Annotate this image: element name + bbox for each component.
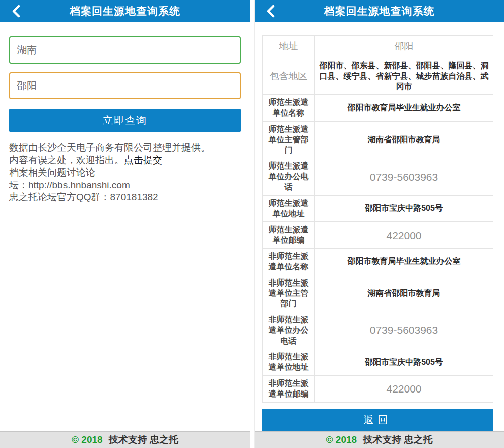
notice-line-3: 档案相关问题讨论论 xyxy=(9,166,241,179)
row-value: 邵阳 xyxy=(315,36,493,58)
app-bar: 档案回生源地查询系统 xyxy=(255,0,504,22)
row-value: 邵阳市宝庆中路505号 xyxy=(315,349,493,376)
row-value: 422000 xyxy=(315,222,493,249)
notice-line-2-text: 内容有误之处，欢迎指出。 xyxy=(9,155,124,165)
row-value: 0739-5603963 xyxy=(315,312,493,349)
row-value: 邵阳市教育局毕业生就业办公室 xyxy=(315,95,493,122)
row-label: 非师范生派遣单位地址 xyxy=(263,349,315,376)
row-label: 师范生派遣单位办公电话 xyxy=(263,158,315,195)
support-text: 技术支持 忠之托 xyxy=(109,433,178,446)
row-label: 非师范生派遣单位主管部门 xyxy=(263,275,315,312)
city-input[interactable] xyxy=(9,72,241,99)
search-screen: 档案回生源地查询系统 立即查询 数据由长沙全天电子商务有限公司整理并提供。 内容… xyxy=(0,0,250,448)
province-input[interactable] xyxy=(9,36,241,64)
result-content: 地址 邵阳 包含地区 邵阳市、邵东县、新邵县、邵阳县、隆回县、洞口县、绥宁县、省… xyxy=(255,22,504,431)
copyright-year: © 2018 xyxy=(72,434,103,445)
result-table: 地址 邵阳 包含地区 邵阳市、邵东县、新邵县、邵阳县、隆回县、洞口县、绥宁县、省… xyxy=(262,35,493,403)
row-label: 师范生派遣单位地址 xyxy=(263,195,315,222)
footer: © 2018 技术支持 忠之托 xyxy=(255,431,504,448)
table-row: 师范生派遣单位邮编 422000 xyxy=(263,222,493,249)
forum-url: http://bbs.hnbanshi.com xyxy=(28,180,130,190)
chevron-left-icon xyxy=(266,5,275,18)
query-button[interactable]: 立即查询 xyxy=(9,109,241,132)
support-text: 技术支持 忠之托 xyxy=(363,433,432,446)
row-value: 0739-5603963 xyxy=(315,158,493,195)
two-screen-layout: 档案回生源地查询系统 立即查询 数据由长沙全天电子商务有限公司整理并提供。 内容… xyxy=(0,0,504,448)
notice-line-4-prefix: 坛： xyxy=(9,180,28,190)
footer: © 2018 技术支持 忠之托 xyxy=(0,431,250,448)
notice-line-1: 数据由长沙全天电子商务有限公司整理并提供。 xyxy=(9,142,241,154)
table-row: 师范生派遣单位名称 邵阳市教育局毕业生就业办公室 xyxy=(263,95,493,122)
search-form: 立即查询 数据由长沙全天电子商务有限公司整理并提供。 内容有误之处，欢迎指出。点… xyxy=(0,22,250,431)
row-value: 422000 xyxy=(315,375,493,402)
result-screen: 档案回生源地查询系统 地址 邵阳 包含地区 邵阳市、邵东县、新邵县、邵阳县、隆回… xyxy=(254,0,504,448)
notice-text: 数据由长沙全天电子商务有限公司整理并提供。 内容有误之处，欢迎指出。点击提交 档… xyxy=(9,142,241,204)
row-value: 邵阳市教育局毕业生就业办公室 xyxy=(315,248,493,275)
table-row: 师范生派遣单位办公电话 0739-5603963 xyxy=(263,158,493,195)
table-row: 包含地区 邵阳市、邵东县、新邵县、邵阳县、隆回县、洞口县、绥宁县、省新宁县、城步… xyxy=(263,58,493,95)
return-button[interactable]: 返回 xyxy=(262,409,493,431)
app-bar: 档案回生源地查询系统 xyxy=(0,0,250,22)
row-value: 邵阳市、邵东县、新邵县、邵阳县、隆回县、洞口县、绥宁县、省新宁县、城步苗族自治县… xyxy=(315,58,493,95)
page-title: 档案回生源地查询系统 xyxy=(324,4,435,18)
row-label: 师范生派遣单位主管部门 xyxy=(263,121,315,158)
row-value: 湖南省邵阳市教育局 xyxy=(315,275,493,312)
table-row: 非师范生派遣单位名称 邵阳市教育局毕业生就业办公室 xyxy=(263,248,493,275)
table-row: 非师范生派遣单位地址 邵阳市宝庆中路505号 xyxy=(263,349,493,376)
row-label: 地址 xyxy=(263,36,315,58)
row-label: 非师范生派遣单位邮编 xyxy=(263,375,315,402)
screen-divider xyxy=(250,0,254,448)
row-label: 非师范生派遣单位名称 xyxy=(263,248,315,275)
copyright-year: © 2018 xyxy=(326,434,357,445)
row-label: 师范生派遣单位邮编 xyxy=(263,222,315,249)
back-button[interactable] xyxy=(261,0,280,22)
page-title: 档案回生源地查询系统 xyxy=(70,4,180,18)
table-row: 地址 邵阳 xyxy=(263,36,493,58)
chevron-left-icon xyxy=(12,5,20,18)
notice-line-4: 坛：http://bbs.hnbanshi.com xyxy=(9,179,241,192)
row-label: 师范生派遣单位名称 xyxy=(263,95,315,122)
row-label: 包含地区 xyxy=(263,58,315,95)
row-label: 非师范生派遣单位办公电话 xyxy=(263,312,315,349)
notice-line-2: 内容有误之处，欢迎指出。点击提交 xyxy=(9,154,241,167)
table-row: 非师范生派遣单位邮编 422000 xyxy=(263,375,493,402)
row-value: 湖南省邵阳市教育局 xyxy=(315,121,493,158)
table-row: 师范生派遣单位主管部门 湖南省邵阳市教育局 xyxy=(263,121,493,158)
table-row: 非师范生派遣单位主管部门 湖南省邵阳市教育局 xyxy=(263,275,493,312)
row-value: 邵阳市宝庆中路505号 xyxy=(315,195,493,222)
back-button[interactable] xyxy=(6,0,25,22)
notice-line-5: 忠之托论坛官方QQ群：870181382 xyxy=(9,191,241,204)
table-row: 师范生派遣单位地址 邵阳市宝庆中路505号 xyxy=(263,195,493,222)
submit-feedback-link[interactable]: 点击提交 xyxy=(124,155,162,165)
table-row: 非师范生派遣单位办公电话 0739-5603963 xyxy=(263,312,493,349)
